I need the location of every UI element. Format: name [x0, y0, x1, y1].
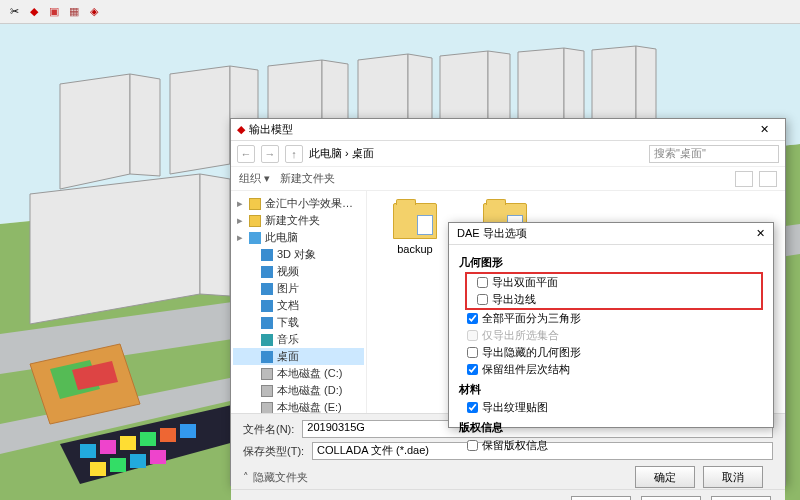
savetype-label: 保存类型(T): — [243, 444, 304, 459]
options-titlebar[interactable]: DAE 导出选项 ✕ — [449, 223, 773, 245]
group-material: 材料 — [459, 382, 763, 397]
checkbox-icon[interactable] — [467, 347, 478, 358]
svg-marker-4 — [170, 66, 230, 174]
dialog-title: 输出模型 — [249, 122, 293, 137]
disk-icon — [261, 385, 273, 397]
app-red-icon: ◆ — [237, 123, 245, 136]
options-button[interactable]: 选项… — [571, 496, 631, 501]
tree-node[interactable]: 本地磁盘 (C:) — [233, 365, 364, 382]
dialog-titlebar[interactable]: ◆ 输出模型 ✕ — [231, 119, 785, 141]
dialog-toolbar: 组织 ▾ 新建文件夹 — [231, 167, 785, 191]
geom-option-0[interactable]: 导出双面平面 — [469, 274, 759, 291]
disk-icon — [261, 368, 273, 380]
checkbox-icon[interactable] — [467, 364, 478, 375]
svg-rect-24 — [140, 432, 156, 446]
svg-rect-28 — [110, 458, 126, 472]
filename-label: 文件名(N): — [243, 422, 294, 437]
svg-marker-17 — [200, 174, 230, 296]
checkbox-icon[interactable] — [477, 294, 488, 305]
close-icon[interactable]: ✕ — [756, 227, 765, 240]
folder-item[interactable]: backup — [385, 203, 445, 255]
nav-up-icon[interactable]: ↑ — [285, 145, 303, 163]
tree-node[interactable]: 视频 — [233, 263, 364, 280]
svg-marker-3 — [130, 74, 160, 176]
export-button[interactable]: 导出 — [641, 496, 701, 501]
tool-box-icon[interactable]: ▦ — [66, 4, 82, 20]
close-icon[interactable]: ✕ — [749, 123, 779, 136]
tree-node[interactable]: 下载 — [233, 314, 364, 331]
folder-tree[interactable]: ▸金汇中小学效果…▸新建文件夹▸此电脑3D 对象视频图片文档下载音乐桌面本地磁盘… — [231, 191, 367, 413]
svg-rect-27 — [90, 462, 106, 476]
checkbox-icon[interactable] — [467, 402, 478, 413]
tool-cube-icon[interactable]: ▣ — [46, 4, 62, 20]
geom-option-4[interactable]: 导出隐藏的几何图形 — [459, 344, 763, 361]
nav-back-icon[interactable]: ← — [237, 145, 255, 163]
cancel-button[interactable]: 取消 — [703, 466, 763, 488]
tree-node[interactable]: 图片 — [233, 280, 364, 297]
folder-icon — [393, 203, 437, 239]
tool-diamond-icon[interactable]: ◆ — [26, 4, 42, 20]
blue-icon — [261, 351, 273, 363]
tool-scissors-icon[interactable]: ✂ — [6, 4, 22, 20]
cancel-button[interactable]: 取消 — [711, 496, 771, 501]
folder-icon — [249, 215, 261, 227]
highlighted-options: 导出双面平面导出边线 — [465, 272, 763, 310]
svg-rect-30 — [150, 450, 166, 464]
nav-fwd-icon[interactable]: → — [261, 145, 279, 163]
checkbox-icon[interactable] — [477, 277, 488, 288]
svg-marker-2 — [60, 74, 130, 189]
breadcrumb[interactable]: 此电脑 › 桌面 — [309, 146, 643, 161]
geom-option-3: 仅导出所选集合 — [459, 327, 763, 344]
blue-icon — [261, 283, 273, 295]
tree-node[interactable]: 本地磁盘 (E:) — [233, 399, 364, 413]
tree-node[interactable]: ▸此电脑 — [233, 229, 364, 246]
svg-rect-22 — [100, 440, 116, 454]
disk-icon — [261, 402, 273, 414]
organize-menu[interactable]: 组织 ▾ — [239, 171, 270, 186]
app-toolbar: ✂ ◆ ▣ ▦ ◈ — [0, 0, 800, 24]
music-icon — [261, 334, 273, 346]
help-icon[interactable] — [759, 171, 777, 187]
tree-node[interactable]: ▸新建文件夹 — [233, 212, 364, 229]
svg-rect-21 — [80, 444, 96, 458]
geom-option-2[interactable]: 全部平面分为三角形 — [459, 310, 763, 327]
group-credits: 版权信息 — [459, 420, 763, 435]
tree-node[interactable]: 文档 — [233, 297, 364, 314]
folder-icon — [249, 198, 261, 210]
address-bar: ← → ↑ 此电脑 › 桌面 搜索"桌面" — [231, 141, 785, 167]
checkbox-icon[interactable] — [467, 313, 478, 324]
view-mode-icon[interactable] — [735, 171, 753, 187]
checkbox-icon[interactable] — [467, 440, 478, 451]
geom-option-1[interactable]: 导出边线 — [469, 291, 759, 308]
options-title: DAE 导出选项 — [457, 226, 527, 241]
tree-node[interactable]: 桌面 — [233, 348, 364, 365]
ok-button[interactable]: 确定 — [635, 466, 695, 488]
svg-rect-23 — [120, 436, 136, 450]
tree-node[interactable]: 本地磁盘 (D:) — [233, 382, 364, 399]
svg-rect-26 — [180, 424, 196, 438]
blue-icon — [261, 249, 273, 261]
tool-gem-icon[interactable]: ◈ — [86, 4, 102, 20]
search-input[interactable]: 搜索"桌面" — [649, 145, 779, 163]
export-texture-checkbox[interactable]: 导出纹理贴图 — [459, 399, 763, 416]
tree-node[interactable]: 3D 对象 — [233, 246, 364, 263]
chevron-up-icon: ˄ — [243, 471, 249, 484]
blue-icon — [261, 266, 273, 278]
checkbox-icon — [467, 330, 478, 341]
geom-option-5[interactable]: 保留组件层次结构 — [459, 361, 763, 378]
tree-node[interactable]: ▸金汇中小学效果… — [233, 195, 364, 212]
tree-node[interactable]: 音乐 — [233, 331, 364, 348]
svg-rect-29 — [130, 454, 146, 468]
blue-icon — [261, 300, 273, 312]
pc-icon — [249, 232, 261, 244]
svg-rect-25 — [160, 428, 176, 442]
dae-export-options-dialog: DAE 导出选项 ✕ 几何图形 导出双面平面导出边线全部平面分为三角形仅导出所选… — [448, 222, 774, 428]
group-geometry: 几何图形 — [459, 255, 763, 270]
new-folder-button[interactable]: 新建文件夹 — [280, 171, 335, 186]
blue-icon — [261, 317, 273, 329]
keep-credits-checkbox[interactable]: 保留版权信息 — [459, 437, 763, 454]
